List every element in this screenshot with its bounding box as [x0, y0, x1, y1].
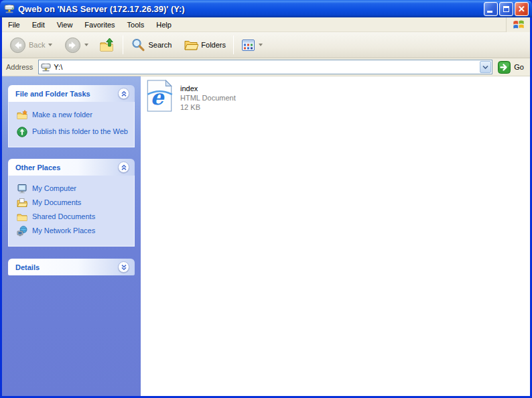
place-label: Shared Documents: [32, 212, 95, 221]
maximize-button[interactable]: [499, 2, 513, 16]
my-computer-link[interactable]: My Computer: [17, 184, 130, 194]
address-input[interactable]: Y:\: [38, 60, 492, 74]
views-icon: [241, 38, 255, 52]
minimize-icon: [487, 11, 492, 13]
explorer-window: Qweb on 'NAS Server (172.17.26.39)' (Y:)…: [0, 0, 532, 398]
chevron-double-up-icon: [121, 164, 127, 171]
details-panel: Details: [8, 259, 135, 275]
other-places-header[interactable]: Other Places: [8, 159, 135, 176]
my-computer-icon: [17, 184, 27, 194]
file-and-folder-tasks-panel: File and Folder Tasks: [8, 85, 135, 147]
chevron-double-down-icon: [121, 264, 127, 271]
file-name: index: [180, 84, 236, 93]
my-documents-icon: [17, 198, 27, 208]
file-list-area: e index HTML Document 12 KB: [141, 76, 530, 396]
address-label: Address: [6, 63, 33, 71]
views-dropdown-icon: [259, 44, 263, 46]
window-title: Qweb on 'NAS Server (172.17.26.39)' (Y:): [18, 4, 484, 14]
menu-bar: File Edit View Favorites Tools Help: [2, 17, 530, 32]
folders-label: Folders: [201, 41, 226, 49]
go-button[interactable]: [498, 61, 511, 74]
task-pane-sidebar: File and Folder Tasks: [2, 76, 141, 396]
network-drive-icon: [41, 62, 51, 72]
file-and-folder-tasks-header[interactable]: File and Folder Tasks: [8, 85, 135, 102]
panel-title: File and Folder Tasks: [15, 90, 90, 98]
new-folder-icon: [17, 110, 27, 121]
windows-logo-icon: [506, 17, 530, 32]
close-icon: ✕: [518, 5, 525, 13]
svg-text:e: e: [150, 85, 165, 109]
html-document-icon: e: [145, 80, 174, 112]
shared-documents-link[interactable]: Shared Documents: [17, 212, 130, 222]
shared-documents-icon: [17, 212, 27, 222]
collapse-panel-button[interactable]: [118, 88, 129, 99]
place-label: My Documents: [32, 198, 81, 207]
panel-title: Details: [15, 263, 40, 271]
task-label: Make a new folder: [32, 110, 92, 119]
title-bar: Qweb on 'NAS Server (172.17.26.39)' (Y:)…: [0, 0, 532, 17]
up-folder-icon: [99, 37, 115, 53]
back-dropdown-icon: [48, 44, 52, 46]
menu-favorites[interactable]: Favorites: [78, 19, 121, 31]
menu-view[interactable]: View: [51, 19, 79, 31]
my-network-places-icon: [17, 226, 27, 237]
address-value: Y:\: [54, 63, 62, 71]
place-label: My Network Places: [32, 226, 95, 235]
panel-title: Other Places: [15, 163, 60, 172]
file-tile-index[interactable]: e index HTML Document 12 KB: [145, 80, 279, 112]
file-type: HTML Document: [180, 93, 236, 103]
search-icon: [131, 38, 145, 52]
up-button[interactable]: [96, 35, 119, 55]
details-header[interactable]: Details: [8, 259, 135, 275]
task-label: Publish this folder to the Web: [32, 127, 128, 136]
make-new-folder-link[interactable]: Make a new folder: [17, 110, 130, 121]
my-documents-link[interactable]: My Documents: [17, 198, 130, 208]
file-size: 12 KB: [180, 103, 236, 112]
publish-web-icon: [17, 127, 27, 137]
search-button[interactable]: Search: [127, 36, 175, 54]
menu-edit[interactable]: Edit: [26, 19, 51, 31]
folders-icon: [184, 38, 198, 52]
menu-file[interactable]: File: [2, 19, 26, 31]
back-icon: [9, 37, 26, 54]
standard-buttons-toolbar: Back: [2, 32, 530, 58]
back-label: Back: [29, 41, 45, 49]
search-label: Search: [148, 41, 172, 49]
folders-button[interactable]: Folders: [180, 36, 229, 54]
minimize-button[interactable]: [484, 2, 498, 16]
toolbar-separator: [123, 36, 123, 54]
maximize-icon: [503, 6, 509, 12]
back-button[interactable]: Back: [6, 35, 56, 56]
collapse-panel-button[interactable]: [118, 161, 129, 173]
explorer-body: File and Folder Tasks: [2, 76, 530, 396]
forward-dropdown-icon: [84, 44, 88, 46]
forward-button[interactable]: [61, 35, 92, 56]
my-network-places-link[interactable]: My Network Places: [17, 226, 130, 237]
publish-folder-link[interactable]: Publish this folder to the Web: [17, 127, 130, 137]
toolbar-separator: [233, 36, 234, 54]
other-places-panel: Other Places: [8, 159, 135, 247]
menu-help[interactable]: Help: [150, 19, 178, 31]
expand-panel-button[interactable]: [118, 261, 129, 273]
go-arrow-icon: [498, 61, 511, 74]
chevron-double-up-icon: [121, 90, 127, 97]
go-label: Go: [514, 63, 524, 71]
address-bar: Address Y:\: [2, 58, 530, 76]
views-button[interactable]: [238, 36, 266, 54]
forward-icon: [64, 37, 81, 54]
panel-body: Make a new folder Publish this folder to…: [8, 102, 135, 147]
chevron-down-icon: [482, 65, 488, 70]
place-label: My Computer: [32, 184, 76, 193]
panel-body: My Computer My Documents: [8, 176, 135, 247]
menu-tools[interactable]: Tools: [121, 19, 151, 31]
network-drive-icon: [4, 3, 15, 14]
address-dropdown-button[interactable]: [480, 61, 491, 73]
close-button[interactable]: ✕: [515, 2, 529, 16]
